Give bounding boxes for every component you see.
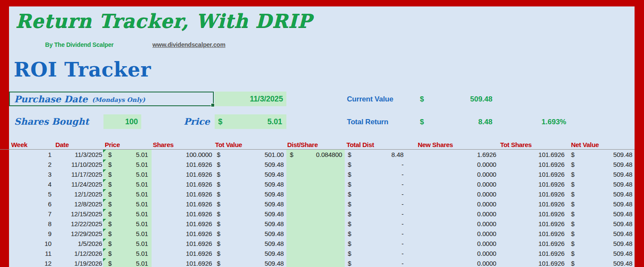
cell-tot_value[interactable]: $509.48 [215,258,286,267]
cell-dist_share[interactable] [286,219,345,229]
cell-net_value[interactable]: $509.48 [568,258,635,267]
cell-tot_shares[interactable]: 101.6926 [499,150,568,160]
cell-total_dist[interactable]: $- [345,189,407,199]
cell-net_value[interactable]: $509.48 [568,160,635,169]
header-dist_share[interactable]: Dist/Share [286,140,345,149]
purchase-date-input[interactable]: 11/3/2025 [215,92,286,106]
cell-tot_value[interactable]: $509.48 [215,160,286,169]
cell-date[interactable]: 12/22/2025 [54,219,103,229]
cell-new_shares[interactable]: 1.6926 [407,150,499,160]
cell-tot_value[interactable]: $509.48 [215,229,286,239]
cell-tot_value[interactable]: $509.48 [215,179,286,189]
cell-net_value[interactable]: $509.48 [568,189,635,199]
cell-new_shares[interactable]: 0.0000 [407,239,499,249]
cell-tot_value[interactable]: $509.48 [215,249,286,258]
cell-tot_shares[interactable]: 101.6926 [499,160,568,169]
cell-shares[interactable]: 101.6926 [152,249,215,258]
cell-new_shares[interactable]: 0.0000 [407,169,499,179]
cell-new_shares[interactable]: 0.0000 [407,199,499,209]
cell-new_shares[interactable]: 0.0000 [407,160,499,169]
cell-price[interactable]: $5.01 [103,239,152,249]
cell-price[interactable]: $5.01 [103,189,152,199]
cell-total_dist[interactable]: $- [345,179,407,189]
price-input[interactable]: $ 5.01 [215,114,286,129]
cell-shares[interactable]: 100.0000 [152,150,215,160]
cell-tot_value[interactable]: $509.48 [215,239,286,249]
cell-dist_share[interactable] [286,160,345,169]
cell-total_dist[interactable]: $- [345,169,407,179]
selection-fill-handle[interactable] [211,103,215,107]
cell-date[interactable]: 11/10/2025 [54,160,103,169]
cell-total_dist[interactable]: $- [345,219,407,229]
header-week[interactable]: Week [9,140,54,149]
cell-new_shares[interactable]: 0.0000 [407,229,499,239]
cell-price[interactable]: $5.01 [103,199,152,209]
cell-tot_value[interactable]: $509.48 [215,209,286,219]
header-net_value[interactable]: Net Value [568,140,635,149]
header-new_shares[interactable]: New Shares [407,140,499,149]
cell-dist_share[interactable] [286,189,345,199]
header-tot_shares[interactable]: Tot Shares [499,140,568,149]
cell-date[interactable]: 11/24/2025 [54,179,103,189]
cell-shares[interactable]: 101.6926 [152,179,215,189]
cell-price[interactable]: $5.01 [103,150,152,160]
cell-price[interactable]: $5.01 [103,258,152,267]
shares-bought-input[interactable]: 100 [103,114,141,129]
header-tot_value[interactable]: Tot Value [215,140,286,149]
cell-net_value[interactable]: $509.48 [568,209,635,219]
cell-tot_value[interactable]: $509.48 [215,219,286,229]
cell-tot_shares[interactable]: 101.6926 [499,239,568,249]
cell-shares[interactable]: 101.6926 [152,219,215,229]
cell-price[interactable]: $5.01 [103,209,152,219]
cell-week[interactable]: 7 [9,209,54,219]
cell-price[interactable]: $5.01 [103,169,152,179]
cell-new_shares[interactable]: 0.0000 [407,258,499,267]
cell-week[interactable]: 8 [9,219,54,229]
cell-week[interactable]: 11 [9,249,54,258]
cell-dist_share[interactable]: $0.084800 [286,150,345,160]
cell-net_value[interactable]: $509.48 [568,249,635,258]
cell-week[interactable]: 9 [9,229,54,239]
cell-dist_share[interactable] [286,209,345,219]
cell-tot_shares[interactable]: 101.6926 [499,209,568,219]
header-price[interactable]: Price [103,140,152,149]
cell-price[interactable]: $5.01 [103,219,152,229]
cell-dist_share[interactable] [286,239,345,249]
cell-week[interactable]: 10 [9,239,54,249]
cell-tot_shares[interactable]: 101.6926 [499,219,568,229]
cell-total_dist[interactable]: $8.48 [345,150,407,160]
cell-total_dist[interactable]: $- [345,258,407,267]
cell-week[interactable]: 2 [9,160,54,169]
cell-price[interactable]: $5.01 [103,249,152,258]
cell-tot_value[interactable]: $509.48 [215,199,286,209]
cell-tot_shares[interactable]: 101.6926 [499,258,568,267]
cell-date[interactable]: 1/19/2026 [54,258,103,267]
cell-new_shares[interactable]: 0.0000 [407,209,499,219]
cell-dist_share[interactable] [286,249,345,258]
cell-total_dist[interactable]: $- [345,209,407,219]
cell-date[interactable]: 12/15/2025 [54,209,103,219]
cell-shares[interactable]: 101.6926 [152,209,215,219]
cell-week[interactable]: 5 [9,189,54,199]
cell-tot_shares[interactable]: 101.6926 [499,229,568,239]
cell-total_dist[interactable]: $- [345,160,407,169]
cell-shares[interactable]: 101.6926 [152,189,215,199]
cell-date[interactable]: 12/29/2025 [54,229,103,239]
cell-shares[interactable]: 101.6926 [152,160,215,169]
cell-date[interactable]: 1/5/2026 [54,239,103,249]
cell-tot_value[interactable]: $509.48 [215,189,286,199]
cell-date[interactable]: 12/8/2025 [54,199,103,209]
cell-net_value[interactable]: $509.48 [568,219,635,229]
cell-shares[interactable]: 101.6926 [152,258,215,267]
cell-week[interactable]: 1 [9,150,54,160]
cell-shares[interactable]: 101.6926 [152,239,215,249]
cell-price[interactable]: $5.01 [103,229,152,239]
cell-week[interactable]: 6 [9,199,54,209]
cell-new_shares[interactable]: 0.0000 [407,179,499,189]
cell-net_value[interactable]: $509.48 [568,239,635,249]
cell-date[interactable]: 1/12/2026 [54,249,103,258]
cell-dist_share[interactable] [286,199,345,209]
cell-dist_share[interactable] [286,229,345,239]
cell-total_dist[interactable]: $- [345,249,407,258]
cell-date[interactable]: 11/3/2025 [54,150,103,160]
